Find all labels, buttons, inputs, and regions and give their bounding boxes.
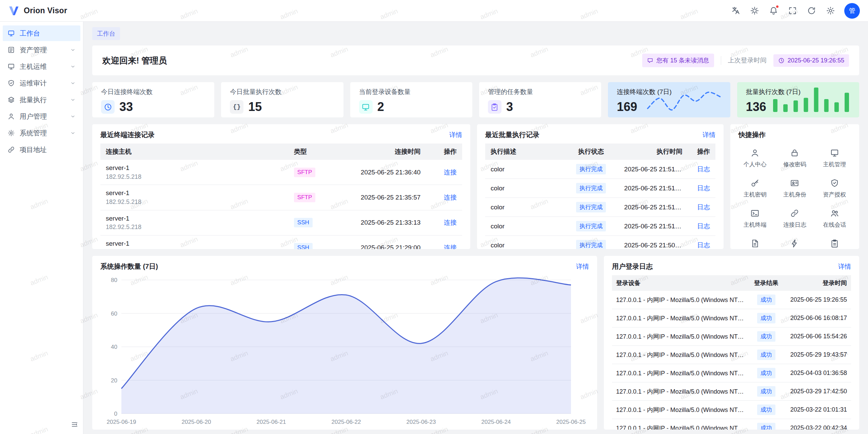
quick-actions-panel: 快捷操作 个人中心修改密码主机管理主机密钥主机身份资产授权主机终端连接日志在线会… xyxy=(730,124,859,249)
sidebar-item-system-management[interactable]: 系统管理 xyxy=(3,125,80,141)
terminal-connections-panel: 最近终端连接记录 详情 连接主机类型连接时间操作server-1182.92.5… xyxy=(92,124,470,249)
unread-messages-badge[interactable]: 您有 15 条未读消息 xyxy=(642,54,714,67)
quick-action-personal-center[interactable]: 个人中心 xyxy=(735,144,775,172)
login-log-table: 登录设备登录结果登录时间127.0.0.1 - 内网IP - Mozilla/5… xyxy=(612,275,851,430)
execution-time: 2025-06-25 21:51:17 xyxy=(619,198,688,217)
login-time: 2025-04-03 01:36:58 xyxy=(784,364,851,382)
col-header-type: 类型 xyxy=(289,144,339,160)
batch-details-link[interactable]: 详情 xyxy=(703,131,715,139)
svg-text:60: 60 xyxy=(111,310,117,317)
quick-action-label: 在线会话 xyxy=(823,221,846,229)
panel-title: 最近批量执行记录 xyxy=(485,130,539,139)
quick-actions-grid: 个人中心修改密码主机管理主机密钥主机身份资产授权主机终端连接日志在线会话文件操作… xyxy=(730,144,859,249)
quick-action-host-management[interactable]: 主机管理 xyxy=(815,144,854,172)
theme-toggle-button[interactable] xyxy=(747,4,762,18)
svg-text:80: 80 xyxy=(111,277,117,283)
stat-card-label: 今日批量执行次数 xyxy=(230,88,334,96)
log-link[interactable]: 日志 xyxy=(697,166,710,173)
log-link[interactable]: 日志 xyxy=(697,185,710,192)
login-details-link[interactable]: 详情 xyxy=(838,262,851,271)
log-link[interactable]: 日志 xyxy=(697,204,710,211)
login-log-row: 127.0.0.1 - 内网IP - Mozilla/5.0 (Windows … xyxy=(612,401,851,419)
breadcrumb-item-workbench[interactable]: 工作台 xyxy=(92,27,120,40)
host-ip: 182.92.5.218 xyxy=(106,223,283,231)
connection-time: 2025-06-25 21:36:40 xyxy=(339,160,426,185)
execution-time: 2025-06-25 21:50:42 xyxy=(619,236,688,249)
quick-action-host-identity[interactable]: 主机身份 xyxy=(775,174,814,203)
quick-action-change-password[interactable]: 修改密码 xyxy=(775,144,814,172)
sidebar-item-label: 批量执行 xyxy=(20,95,65,105)
host-name: server-1 xyxy=(106,164,283,172)
quick-action-file-operation-log[interactable]: 文件操作日志 xyxy=(735,235,775,249)
sidebar: 工作台资产管理主机运维运维审计批量执行用户管理系统管理项目地址 xyxy=(0,22,83,434)
host-ip: 182.92.5.218 xyxy=(106,173,283,181)
app-title: Orion Visor xyxy=(24,6,67,15)
sidebar-item-asset-management[interactable]: 资产管理 xyxy=(3,42,80,58)
svg-text:20: 20 xyxy=(111,377,117,384)
quick-action-online-session[interactable]: 在线会话 xyxy=(815,205,854,233)
sidebar-item-user-management[interactable]: 用户管理 xyxy=(3,109,80,124)
refresh-button[interactable] xyxy=(804,4,818,18)
stat-card-today-batch-executions: 今日批量执行次数{}15 xyxy=(221,82,343,117)
connect-link[interactable]: 连接 xyxy=(444,219,457,226)
fullscreen-button[interactable] xyxy=(785,4,800,18)
batch-executions-panel: 最近批量执行记录 详情 执行描述执行状态执行时间操作color执行完成2025-… xyxy=(477,124,724,249)
host-ip: 182.92.5.218 xyxy=(106,249,283,249)
divider xyxy=(721,56,721,65)
chevron-down-icon xyxy=(70,97,76,102)
quick-action-command-execution[interactable]: 命令执行 xyxy=(775,235,814,249)
quick-action-host-key[interactable]: 主机密钥 xyxy=(735,174,775,203)
sidebar-item-batch-execution[interactable]: 批量执行 xyxy=(3,92,80,108)
stat-card-value: 33 xyxy=(119,100,133,114)
breadcrumb: 工作台 xyxy=(83,22,868,40)
login-log-row: 127.0.0.1 - 内网IP - Mozilla/5.0 (Windows … xyxy=(612,346,851,364)
quick-action-asset-authorization[interactable]: 资产授权 xyxy=(815,174,854,203)
host-name: server-1 xyxy=(106,240,283,248)
execution-desc: color xyxy=(485,217,564,236)
sidebar-item-project-url[interactable]: 项目地址 xyxy=(3,142,80,157)
login-time: 2025-06-06 16:08:17 xyxy=(784,309,851,327)
sidebar-menu: 工作台资产管理主机运维运维审计批量执行用户管理系统管理项目地址 xyxy=(0,24,83,416)
notifications-button[interactable] xyxy=(766,4,781,18)
main-content: 工作台 欢迎回来! 管理员 您有 15 条未读消息 上次登录时间 xyxy=(83,22,868,434)
user-avatar[interactable]: 管 xyxy=(844,3,860,19)
batch-execution-row: color执行完成2025-06-25 21:51:17日志 xyxy=(485,198,715,217)
login-result-badge: 成功 xyxy=(757,331,775,342)
sidebar-footer xyxy=(0,416,83,434)
notification-dot xyxy=(775,5,779,8)
connect-link[interactable]: 连接 xyxy=(444,194,457,201)
panel-title: 快捷操作 xyxy=(738,130,766,139)
terminal-details-link[interactable]: 详情 xyxy=(449,131,462,139)
sidebar-item-host-ops[interactable]: 主机运维 xyxy=(3,59,80,74)
settings-button[interactable] xyxy=(823,4,837,18)
connect-link[interactable]: 连接 xyxy=(444,244,457,249)
batch-executions-table: 执行描述执行状态执行时间操作color执行完成2025-06-25 21:51:… xyxy=(485,144,715,249)
login-time: 2025-03-22 00:42:34 xyxy=(784,419,851,430)
login-log-row: 127.0.0.1 - 内网IP - Mozilla/5.0 (Windows … xyxy=(612,327,851,346)
quick-action-connection-log[interactable]: 连接日志 xyxy=(775,205,814,233)
log-link[interactable]: 日志 xyxy=(697,242,710,249)
sidebar-item-workbench[interactable]: 工作台 xyxy=(3,25,80,41)
connection-type-badge: SFTP xyxy=(294,168,315,177)
last-login-time-badge: 2025-06-25 19:26:55 xyxy=(773,54,849,67)
key-icon xyxy=(750,178,760,188)
sidebar-collapse-button[interactable] xyxy=(71,421,78,430)
col-header-status: 执行状态 xyxy=(564,144,619,160)
topbar: Orion Visor 管 xyxy=(0,0,868,22)
translate-button[interactable] xyxy=(728,4,743,18)
ops-details-link[interactable]: 详情 xyxy=(576,262,589,271)
connection-time: 2025-06-25 21:29:00 xyxy=(339,235,426,249)
quick-action-label: 主机身份 xyxy=(783,191,806,199)
sidebar-item-label: 运维审计 xyxy=(20,79,65,88)
quick-action-execution-log[interactable]: 执行日志 xyxy=(815,235,854,249)
sidebar-item-ops-audit[interactable]: 运维审计 xyxy=(3,75,80,91)
connect-link[interactable]: 连接 xyxy=(444,169,457,176)
clock-icon xyxy=(778,57,785,64)
system-operations-panel: 系统操作数量 (7日) 详情 0204060802025-06-192025-0… xyxy=(92,256,597,430)
system-operations-chart: 0204060802025-06-192025-06-202025-06-212… xyxy=(100,275,589,427)
app-logo[interactable]: Orion Visor xyxy=(8,5,67,17)
log-link[interactable]: 日志 xyxy=(697,223,710,230)
quick-action-host-terminal[interactable]: 主机终端 xyxy=(735,205,775,233)
col-header-host: 连接主机 xyxy=(100,144,289,160)
login-device: 127.0.0.1 - 内网IP - Mozilla/5.0 (Windows … xyxy=(612,382,748,401)
